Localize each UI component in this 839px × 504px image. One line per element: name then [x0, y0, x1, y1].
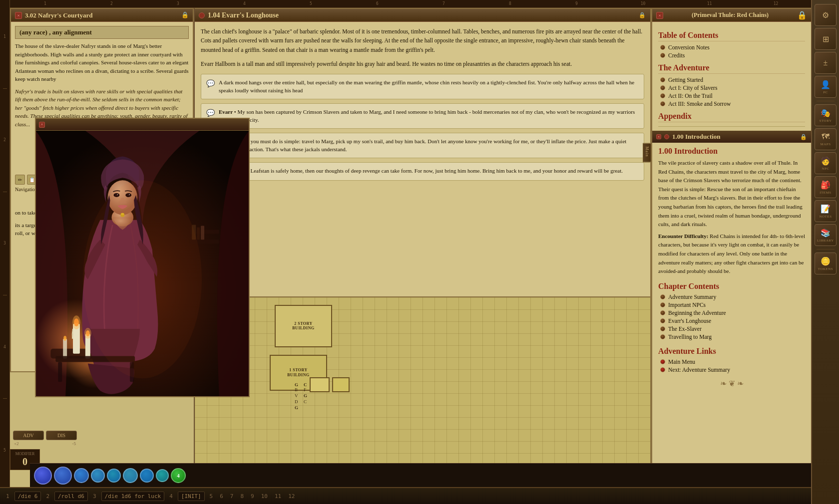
toolbar-pc[interactable]: 👤 PC — [815, 76, 837, 98]
dice-d8[interactable] — [91, 469, 105, 483]
lh-content[interactable]: The clan chief's longhouse is a "palace"… — [195, 22, 650, 296]
dis-button[interactable]: DIS — [46, 431, 77, 440]
cmd-rolld6[interactable]: /roll d6 — [54, 492, 88, 501]
char-window-titlebar: × 3.02 Nafryr's Courtyard 🔒 — [11, 9, 193, 22]
dialogue-text-2: Evarr • What you must do is simple: trav… — [219, 137, 639, 154]
dialogue-text-0: A dark mood hangs over the entire hall, … — [219, 78, 639, 95]
dice-d6-3[interactable] — [140, 469, 154, 483]
dialogue-2: 💬 Evarr • What you must do is simple: tr… — [201, 133, 644, 158]
lh-lock-icon[interactable]: 🔒 — [638, 11, 646, 19]
toc-act1[interactable]: Act I: City of Slavers — [658, 84, 805, 92]
lh-body-text-2: Evarr Hallborn is a tall man and still i… — [201, 59, 644, 68]
rp-close-btn[interactable]: × — [656, 12, 663, 19]
toc-act1-label: Act I: City of Slavers — [668, 85, 717, 91]
toc-credits[interactable]: Credits — [658, 51, 805, 59]
dis-value: -5 — [72, 441, 76, 446]
notes-label: NOTES — [819, 215, 832, 219]
library-icon: 📚 — [821, 228, 831, 238]
toc-act3[interactable]: Act III: Smoke and Sorrow — [658, 100, 805, 108]
char-race-line: (any race) , any alignment — [15, 26, 189, 39]
ruler-2: 2 — [78, 1, 145, 6]
ruler-bottom-11: 11 — [273, 492, 283, 501]
ch-ex-slaver-label: The Ex-Slaver — [668, 326, 702, 332]
toolbar-settings[interactable]: ⚙ — [815, 4, 837, 26]
toolbar-notes[interactable]: 📝 NOTES — [815, 200, 837, 222]
map-room-2 — [332, 377, 350, 392]
left-nav-tick — [3, 88, 7, 89]
ch-adventure-summary[interactable]: Adventure Summary — [658, 293, 805, 301]
image-window: × — [35, 118, 250, 397]
toolbar-grid[interactable]: ⊞ — [815, 28, 837, 50]
svg-rect-26 — [197, 228, 200, 240]
toolbar-maps[interactable]: 🗺 MAPS — [815, 128, 837, 150]
ruler-6: 6 — [344, 1, 411, 6]
story-icon: 🎭 — [821, 108, 831, 118]
library-label: LIBRARY — [817, 239, 834, 243]
ruler-12: 12 — [743, 1, 809, 6]
pc-icon: 👤 — [821, 80, 831, 89]
dialogue-icon-0: 💬 — [206, 79, 215, 95]
toc-dot-ex-slaver — [660, 326, 665, 331]
mid-panel-tab[interactable]: Main — [643, 143, 651, 163]
toolbar-plus-minus[interactable]: ± — [815, 52, 837, 74]
ruler-bottom-7: 7 — [228, 492, 236, 501]
left-panel: × 3.02 Nafryr's Courtyard 🔒 (any race) ,… — [10, 8, 195, 487]
cmd-init[interactable]: [INIT] — [178, 492, 205, 501]
dice-d4[interactable] — [156, 469, 169, 482]
ch-travelling[interactable]: Travelling to Marg — [658, 333, 805, 341]
link-next[interactable]: Next: Adventure Summary — [658, 366, 805, 374]
left-nav-tick-4 — [3, 398, 7, 399]
ch-evarr[interactable]: Evarr's Longhouse — [658, 317, 805, 325]
cmd-die1d6[interactable]: /die 1d6 for luck — [101, 492, 165, 501]
cmd-die6[interactable]: /die 6 — [14, 492, 41, 501]
dialogue-text-1: Evarr • My son has been captured by Crim… — [219, 108, 639, 124]
toolbar-tokens[interactable]: 🪙 TOKENS — [815, 252, 837, 274]
dice-d10[interactable] — [74, 468, 89, 483]
image-window-titlebar: × — [36, 119, 249, 131]
toc-conversion-notes[interactable]: Conversion Notes — [658, 43, 805, 51]
dialogue-text-3: Evarr • Once Leafstan is safely home, th… — [219, 167, 623, 176]
dialogue-0: 💬 A dark mood hangs over the entire hall… — [201, 74, 644, 99]
toolbar-items[interactable]: 🎒 ITEMS — [815, 176, 837, 198]
dice-d6-1[interactable] — [107, 469, 121, 483]
dice-d6-2[interactable] — [123, 468, 138, 483]
rp-content[interactable]: Table of Contents Conversion Notes Credi… — [652, 22, 811, 486]
toc-getting-started[interactable]: Getting Started — [658, 76, 805, 84]
panel-tab-label: Main — [645, 147, 649, 157]
toolbar-npc[interactable]: 🧑 NPC — [815, 152, 837, 174]
intro-lock-icon: 🔒 — [800, 134, 807, 140]
edit-btn-1[interactable]: ✏ — [15, 175, 25, 185]
npc-label: NPC — [822, 167, 829, 171]
items-icon: 🎒 — [821, 180, 831, 190]
toc-divider — [658, 126, 805, 127]
ch-ex-slaver[interactable]: The Ex-Slaver — [658, 325, 805, 333]
char-lock-icon: 🔒 — [181, 11, 189, 19]
longhouse-window: 1.04 Evarr's Longhouse 🔒 The clan chief'… — [195, 8, 651, 297]
right-panel: × (Primeval Thule: Red Chains) 🔒 Table o… — [651, 8, 811, 487]
adv-button[interactable]: ADV — [13, 431, 44, 440]
link-main-menu[interactable]: Main Menu — [658, 358, 805, 366]
ch-important-npcs[interactable]: Important NPCs — [658, 301, 805, 309]
items-label: ITEMS — [820, 191, 832, 195]
left-nav-num-5: 5 — [3, 448, 6, 453]
lh-body-text-1: The clan chief's longhouse is a "palace"… — [201, 27, 644, 54]
toolbar-library[interactable]: 📚 LIBRARY — [815, 224, 837, 246]
intro-close-btn[interactable]: × — [656, 134, 661, 139]
maps-icon: 🗺 — [822, 132, 830, 141]
building-2-label: 1 STORY BUILDING — [287, 368, 309, 377]
toc-dot-act1 — [660, 85, 665, 90]
dice-d12[interactable] — [54, 467, 72, 485]
npc-icon: 🧑 — [821, 156, 831, 166]
image-window-close[interactable]: × — [39, 122, 45, 128]
toc-act2[interactable]: Act II: On the Trail — [658, 92, 805, 100]
intro-window-title: 1.00 Introduction — [672, 133, 797, 141]
svg-point-31 — [83, 180, 202, 378]
grid-label-g3: G — [295, 405, 298, 410]
ruler-bottom-5: 5 — [208, 492, 215, 501]
char-window-close[interactable]: × — [15, 12, 22, 19]
toolbar-story[interactable]: 🎭 STORY — [815, 104, 837, 126]
dice-d20[interactable] — [34, 467, 52, 485]
ch-beginning[interactable]: Beginning the Adventure — [658, 309, 805, 317]
dice-green[interactable]: 4 — [171, 468, 186, 483]
svg-point-18 — [84, 328, 91, 339]
